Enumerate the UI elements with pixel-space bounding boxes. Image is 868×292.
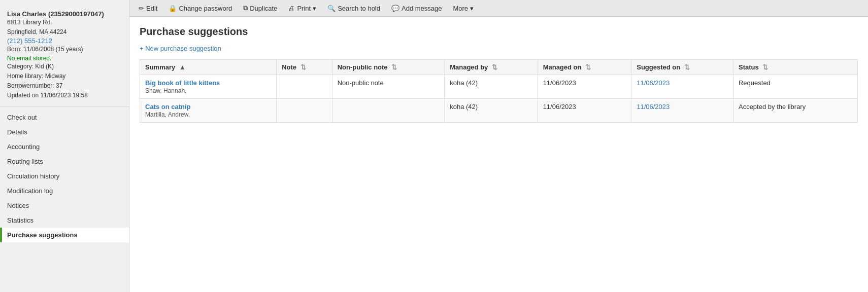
cell-summary-1: Cats on catnip Martilla, Andrew,: [140, 99, 277, 123]
suggested-on-link-1[interactable]: 11/06/2023: [637, 103, 670, 111]
patron-no-email: No email stored.: [7, 55, 122, 62]
cell-summary-0: Big book of little kittens Shaw, Hannah,: [140, 75, 277, 99]
toolbar: ✏ Edit 🔒 Change password ⧉ Duplicate 🖨 P…: [129, 0, 868, 17]
cell-note-1: [277, 99, 332, 123]
cell-suggested-on-1: 11/06/2023: [631, 99, 733, 123]
sort-icon-nonpublic: ⇅: [391, 63, 397, 71]
cell-managed-by-1: koha (42): [445, 99, 538, 123]
cell-status-1: Accepted by the library: [733, 99, 857, 123]
sidebar-item-statistics[interactable]: Statistics: [0, 213, 129, 228]
sort-icon-status: ⇅: [762, 63, 768, 71]
cell-non-public-note-0: Non-public note: [332, 75, 445, 99]
patron-updated: Updated on 11/06/2023 19:58: [7, 91, 122, 100]
patron-borrower-number: Borrowernumber: 37: [7, 81, 122, 91]
sidebar-item-routing-lists[interactable]: Routing lists: [0, 154, 129, 169]
col-managed-by[interactable]: Managed by ⇅: [445, 60, 538, 75]
page-title: Purchase suggestions: [140, 26, 858, 38]
book-title-link-0[interactable]: Big book of little kittens: [145, 79, 271, 87]
purchase-suggestions-table: Summary ▲ Note ⇅ Non-public note ⇅ Manag…: [140, 59, 858, 123]
duplicate-icon: ⧉: [243, 4, 248, 12]
cell-suggested-on-0: 11/06/2023: [631, 75, 733, 99]
print-button[interactable]: 🖨 Print ▾: [286, 4, 318, 13]
page-content: Purchase suggestions + New purchase sugg…: [129, 17, 868, 132]
cell-non-public-note-1: [332, 99, 445, 123]
cell-note-0: [277, 75, 332, 99]
suggested-on-link-0[interactable]: 11/06/2023: [637, 79, 670, 87]
patron-profile: Lisa Charles (23529000197047) 6813 Libra…: [0, 6, 129, 107]
book-author-0: Shaw, Hannah,: [145, 87, 186, 94]
main-content: ✏ Edit 🔒 Change password ⧉ Duplicate 🖨 P…: [129, 0, 868, 292]
sidebar-item-notices[interactable]: Notices: [0, 198, 129, 213]
cell-managed-on-1: 11/06/2023: [538, 99, 631, 123]
sort-icon-suggestedon: ⇅: [684, 63, 690, 71]
col-suggested-on[interactable]: Suggested on ⇅: [631, 60, 733, 75]
sort-asc-icon: ▲: [179, 63, 186, 71]
table-row: Cats on catnip Martilla, Andrew, koha (4…: [140, 99, 858, 123]
table-header-row: Summary ▲ Note ⇅ Non-public note ⇅ Manag…: [140, 60, 858, 75]
edit-button[interactable]: ✏ Edit: [137, 4, 159, 13]
cell-status-0: Requested: [733, 75, 857, 99]
sidebar-item-accounting[interactable]: Accounting: [0, 139, 129, 154]
sidebar-item-purchase-suggestions[interactable]: Purchase suggestions: [0, 228, 129, 242]
sidebar-item-circulation-history[interactable]: Circulation history: [0, 169, 129, 184]
sort-icon-managedon: ⇅: [585, 63, 591, 71]
lock-icon: 🔒: [169, 5, 177, 12]
patron-address-line2: Springfield, MA 44224: [7, 27, 122, 37]
patron-name: Lisa Charles (23529000197047): [7, 10, 122, 18]
col-status[interactable]: Status ⇅: [733, 60, 857, 75]
col-non-public-note[interactable]: Non-public note ⇅: [332, 60, 445, 75]
patron-category: Category: Kid (K): [7, 62, 122, 71]
add-message-button[interactable]: 💬 Add message: [389, 4, 444, 13]
sidebar-item-details[interactable]: Details: [0, 125, 129, 139]
book-author-1: Martilla, Andrew,: [145, 111, 190, 118]
patron-phone: (212) 555-1212: [7, 37, 122, 45]
duplicate-button[interactable]: ⧉ Duplicate: [241, 3, 279, 13]
change-password-button[interactable]: 🔒 Change password: [166, 4, 234, 13]
search-to-hold-button[interactable]: 🔍 Search to hold: [325, 4, 382, 13]
more-dropdown-icon: ▾: [470, 5, 474, 12]
patron-address-line1: 6813 Library Rd.: [7, 18, 122, 27]
sort-icon-note: ⇅: [301, 63, 306, 71]
sidebar-item-check-out[interactable]: Check out: [0, 110, 129, 125]
message-icon: 💬: [391, 5, 399, 12]
col-note[interactable]: Note ⇅: [277, 60, 332, 75]
edit-icon: ✏: [139, 5, 144, 12]
patron-home-library: Home library: Midway: [7, 71, 122, 81]
sort-icon-managedby: ⇅: [492, 63, 497, 71]
book-title-link-1[interactable]: Cats on catnip: [145, 103, 271, 111]
sidebar: Lisa Charles (23529000197047) 6813 Libra…: [0, 0, 129, 292]
print-icon: 🖨: [288, 5, 295, 12]
col-managed-on[interactable]: Managed on ⇅: [538, 60, 631, 75]
sidebar-item-modification-log[interactable]: Modification log: [0, 184, 129, 198]
cell-managed-by-0: koha (42): [445, 75, 538, 99]
patron-born: Born: 11/06/2008 (15 years): [7, 45, 122, 54]
table-row: Big book of little kittens Shaw, Hannah,…: [140, 75, 858, 99]
print-dropdown-icon: ▾: [313, 5, 316, 12]
search-icon: 🔍: [327, 5, 336, 12]
sidebar-navigation: Check outDetailsAccountingRouting listsC…: [0, 110, 129, 242]
col-summary[interactable]: Summary ▲: [140, 60, 277, 75]
cell-managed-on-0: 11/06/2023: [538, 75, 631, 99]
more-button[interactable]: More ▾: [451, 4, 476, 13]
new-purchase-suggestion-link[interactable]: + New purchase suggestion: [140, 45, 221, 52]
